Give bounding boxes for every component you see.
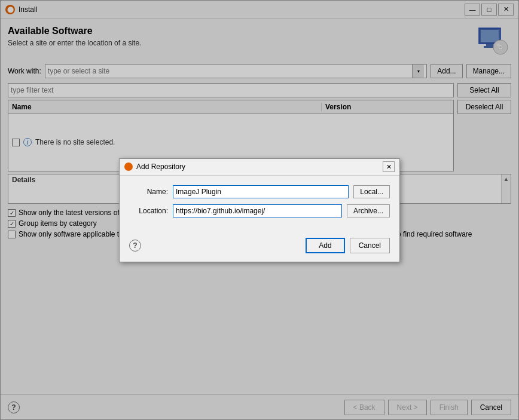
main-window: ⬤ Install — □ ✕ Available Software Selec… bbox=[0, 0, 519, 420]
modal-body: Name: Local... Location: Archive... bbox=[120, 176, 399, 233]
modal-app-icon bbox=[124, 163, 133, 171]
location-field-row: Location: Archive... bbox=[129, 204, 390, 217]
local-button[interactable]: Local... bbox=[353, 185, 390, 198]
modal-close-button[interactable]: ✕ bbox=[383, 161, 395, 172]
modal-help-icon[interactable]: ? bbox=[129, 240, 141, 252]
location-input[interactable] bbox=[173, 204, 342, 217]
modal-footer: ? Add Cancel bbox=[120, 233, 399, 262]
modal-title-bar: Add Repository ✕ bbox=[120, 159, 399, 176]
name-field-row: Name: Local... bbox=[129, 185, 390, 198]
modal-overlay: Add Repository ✕ Name: Local... Location… bbox=[0, 0, 519, 420]
name-label: Name: bbox=[129, 188, 168, 196]
modal-title: Add Repository bbox=[136, 163, 383, 171]
modal-add-button[interactable]: Add bbox=[306, 238, 344, 253]
location-label: Location: bbox=[129, 207, 168, 215]
archive-button[interactable]: Archive... bbox=[347, 204, 390, 217]
name-input[interactable] bbox=[173, 185, 349, 198]
modal-cancel-button[interactable]: Cancel bbox=[350, 238, 390, 253]
add-repository-dialog: Add Repository ✕ Name: Local... Location… bbox=[119, 158, 400, 262]
